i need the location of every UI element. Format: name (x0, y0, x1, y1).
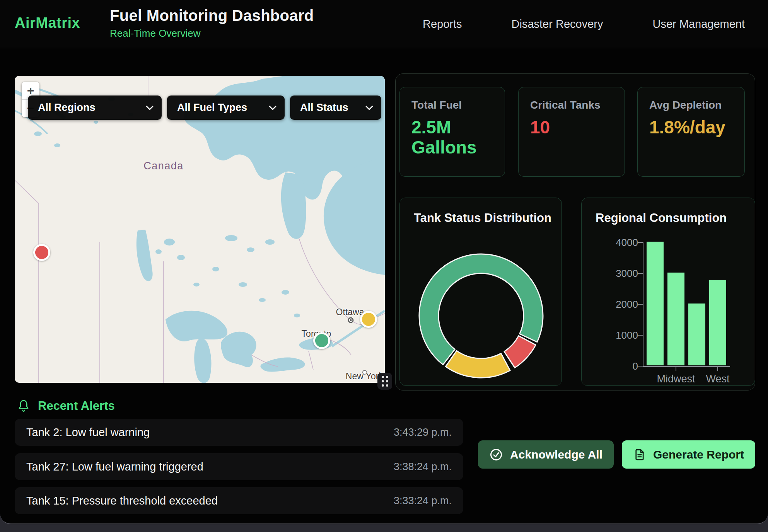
y-tick-label: 1000 (611, 329, 638, 341)
page-title: Fuel Monitoring Dashboard (110, 7, 314, 24)
acknowledge-all-button[interactable]: Acknowledge All (478, 440, 614, 469)
y-tick-mark (638, 335, 643, 336)
alert-message: Tank 15: Pressure threshold exceeded (26, 494, 218, 507)
ottawa-town-ring-icon (348, 317, 353, 323)
alert-message: Tank 27: Low fuel warning triggered (26, 460, 203, 473)
stat-card-critical-tanks: Critical Tanks 10 (518, 87, 625, 177)
map-marker-normal[interactable] (313, 332, 330, 349)
y-tick-label: 0 (611, 360, 638, 372)
stat-card-avg-depletion: Avg Depletion 1.8%/​day (637, 87, 745, 177)
stat-label: Total Fuel (411, 99, 505, 111)
header: AirMatrix Fuel Monitoring Dashboard Real… (0, 0, 768, 48)
alert-timestamp: 3:38:24 p.m. (394, 461, 452, 473)
alert-message: Tank 2: Low fuel warning (26, 426, 150, 439)
x-tick-label-west: West (706, 373, 729, 385)
bar-region-1 (647, 242, 664, 365)
y-tick-mark (638, 273, 643, 274)
title-block: Fuel Monitoring Dashboard Real-Time Over… (110, 7, 314, 39)
y-axis (643, 242, 643, 367)
bell-icon (17, 399, 30, 413)
x-tick-mark (717, 367, 718, 371)
stat-value-avg-depletion: 1.8%/​day (649, 118, 732, 138)
fuel-type-filter-value: All Fuel Types (177, 102, 247, 114)
y-tick-mark (638, 304, 643, 305)
alert-row: Tank 27: Low fuel warning triggered 3:38… (15, 453, 463, 480)
bar-Midwest (667, 273, 684, 365)
stat-card-total-fuel: Total Fuel 2.5M Gallons (399, 87, 505, 177)
map-marker-critical[interactable] (33, 244, 50, 261)
nav-item-disaster-recovery[interactable]: Disaster Recovery (512, 18, 603, 31)
metrics-panel: Total Fuel 2.5M Gallons Critical Tanks 1… (395, 73, 755, 390)
donut-chart (400, 198, 562, 386)
bar-chart: 01000200030004000MidwestWest (643, 242, 734, 366)
document-icon (633, 448, 646, 461)
x-tick-label-midwest: Midwest (657, 373, 695, 385)
y-tick-mark (638, 366, 643, 367)
tank-status-chart-card: Tank Status Distribution (399, 198, 562, 386)
map-resize-handle[interactable] (377, 373, 392, 390)
regional-consumption-chart-card: Regional Consumption 01000200030004000Mi… (581, 198, 755, 386)
recent-alerts-header: Recent Alerts (17, 399, 115, 413)
page-subtitle: Real-Time Overview (110, 27, 314, 39)
generate-report-label: Generate Report (653, 448, 744, 461)
stat-value-critical-tanks: 10 (530, 118, 613, 138)
main-nav: Reports Disaster Recovery User Managemen… (423, 0, 745, 48)
y-tick-label: 4000 (611, 237, 638, 249)
map-label-canada: Canada (133, 160, 195, 172)
generate-report-button[interactable]: Generate Report (622, 440, 755, 469)
donut-segment-critical (504, 336, 536, 368)
stat-label: Avg Depletion (649, 99, 744, 111)
y-tick-label: 3000 (611, 268, 638, 280)
app-window: AirMatrix Fuel Monitoring Dashboard Real… (0, 0, 768, 524)
recent-alerts-title: Recent Alerts (38, 399, 115, 413)
donut-segment-warning (445, 351, 510, 378)
chevron-down-icon (145, 105, 154, 111)
brand-logo: AirMatrix (15, 15, 80, 31)
acknowledge-all-label: Acknowledge All (510, 448, 602, 461)
region-filter-value: All Regions (38, 102, 96, 114)
alert-row: Tank 15: Pressure threshold exceeded 3:3… (15, 487, 463, 514)
y-tick-mark (638, 242, 643, 243)
map-filters: All Regions All Fuel Types All Status (28, 95, 381, 120)
check-circle-icon (489, 448, 503, 462)
nav-item-user-management[interactable]: User Management (652, 18, 745, 31)
chevron-down-icon (365, 105, 374, 111)
chevron-down-icon (268, 105, 277, 111)
status-filter-select[interactable]: All Status (290, 95, 381, 120)
status-filter-value: All Status (300, 102, 348, 114)
bar-region-3 (688, 304, 705, 365)
stat-label: Critical Tanks (530, 99, 625, 111)
fuel-type-filter-select[interactable]: All Fuel Types (167, 95, 285, 120)
city-label-ottawa: Ottawa (336, 307, 364, 317)
alert-row: Tank 2: Low fuel warning 3:43:29 p.m. (15, 419, 463, 446)
chart-title: Regional Consumption (596, 211, 727, 225)
stat-value-total-fuel: 2.5M Gallons (411, 118, 495, 157)
x-tick-mark (676, 367, 676, 371)
fuel-map[interactable]: Canada OttawaTorontoNew York + − All Reg… (15, 76, 385, 383)
alert-timestamp: 3:33:24 p.m. (394, 495, 452, 507)
nav-item-reports[interactable]: Reports (423, 18, 462, 31)
map-marker-warning[interactable] (360, 311, 377, 328)
region-filter-select[interactable]: All Regions (28, 95, 162, 120)
alert-timestamp: 3:43:29 p.m. (394, 426, 452, 438)
y-tick-label: 2000 (611, 298, 638, 310)
bar-West (709, 280, 726, 365)
